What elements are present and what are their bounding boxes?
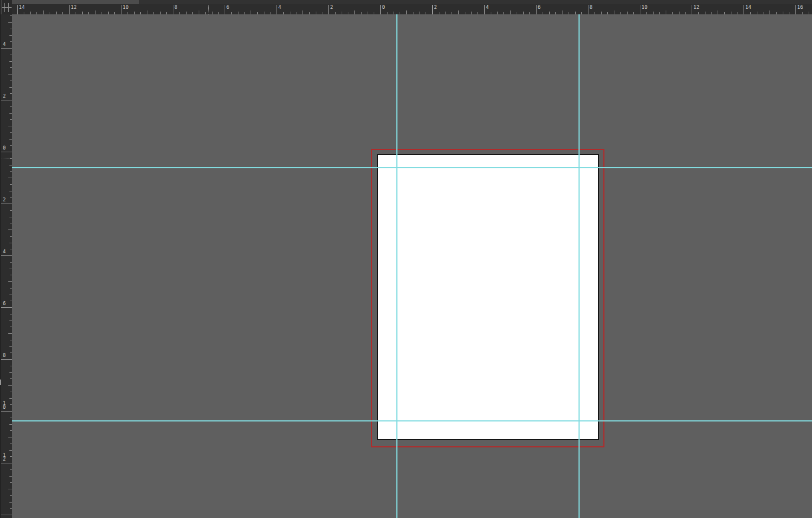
- ruler-tick: [309, 12, 310, 14]
- ruler-tick: [10, 81, 12, 81]
- ruler-tick: [1, 515, 12, 515]
- ruler-origin-box[interactable]: [0, 0, 12, 14]
- ruler-tick: [10, 55, 12, 55]
- ruler-tick: [666, 10, 666, 14]
- ruler-tick: [711, 12, 712, 14]
- ruler-tick: [9, 346, 12, 347]
- ruler-tick: [406, 10, 407, 14]
- ruler-tick: [8, 22, 12, 23]
- ruler-tick: [8, 229, 12, 230]
- ruler-tick: [62, 12, 63, 14]
- ruler-tick: [394, 12, 394, 14]
- ruler-tick: [646, 12, 647, 14]
- vertical-ruler[interactable]: 42024681 01 2: [0, 14, 12, 518]
- top-chrome-strip-right: [139, 0, 812, 4]
- ruler-tick: [361, 12, 362, 14]
- ruler-tick: [244, 12, 245, 14]
- ruler-tick: [607, 12, 608, 14]
- ruler-tick: [10, 158, 12, 159]
- ruler-label: 4: [278, 6, 281, 9]
- ruler-tick: [322, 12, 322, 14]
- ruler-tick: [744, 5, 744, 14]
- ruler-tick: [10, 327, 12, 327]
- ruler-tick: [121, 5, 121, 14]
- ruler-label: 2: [3, 198, 9, 202]
- ruler-tick: [9, 450, 12, 451]
- ruler-label: 2: [434, 6, 437, 9]
- horizontal-guide[interactable]: [12, 167, 812, 168]
- ruler-tick: [497, 12, 498, 14]
- ruler-tick: [192, 12, 193, 14]
- top-chrome-strip-left: [12, 0, 139, 4]
- ruler-label: 8: [3, 354, 9, 357]
- vertical-ruler-edge: [0, 14, 1, 518]
- ruler-tick: [9, 295, 12, 295]
- ruler-tick: [10, 41, 12, 42]
- ruler-label: 4: [3, 42, 9, 46]
- ruler-tick: [1, 48, 12, 49]
- ruler-tick: [731, 12, 731, 14]
- ruler-tick: [10, 353, 12, 353]
- ruler-tick: [10, 197, 12, 197]
- ruler-tick: [10, 314, 12, 314]
- ruler-tick: [517, 12, 517, 14]
- ruler-tick: [400, 12, 400, 14]
- ruler-tick: [8, 281, 12, 282]
- ruler-tick: [56, 12, 57, 14]
- vertical-guide[interactable]: [396, 14, 397, 518]
- ruler-tick: [264, 12, 264, 14]
- ruler-tick: [10, 456, 12, 457]
- ruler-tick: [10, 378, 12, 379]
- ruler-tick: [212, 12, 213, 14]
- horizontal-ruler[interactable]: 14121086420246810121416: [12, 4, 812, 14]
- ruler-tick: [445, 12, 446, 14]
- vertical-guide[interactable]: [579, 14, 580, 518]
- ruler-tick: [503, 12, 504, 14]
- ruler-tick: [335, 12, 336, 14]
- document-page[interactable]: [377, 154, 599, 440]
- ruler-tick: [763, 12, 763, 14]
- ruler-label: 14: [19, 6, 25, 9]
- horizontal-guide[interactable]: [12, 420, 812, 421]
- ruler-tick: [9, 424, 12, 425]
- ruler-label: 0: [382, 6, 385, 9]
- ruler-tick: [10, 366, 12, 366]
- ruler-tick: [10, 392, 12, 392]
- ruler-tick: [257, 12, 258, 14]
- ruler-tick: [471, 12, 472, 14]
- ruler-tick: [458, 10, 459, 14]
- ruler-tick: [9, 398, 12, 399]
- ruler-label: 10: [641, 6, 648, 9]
- ruler-label: 2: [3, 94, 9, 98]
- left-edge-marker: [0, 380, 1, 385]
- ruler-tick: [10, 210, 12, 211]
- ruler-tick: [601, 12, 602, 14]
- ruler-tick: [562, 10, 562, 14]
- ruler-tick: [251, 10, 251, 14]
- ruler-tick: [581, 12, 582, 14]
- ruler-tick: [186, 12, 187, 14]
- ruler-tick: [10, 29, 12, 29]
- ruler-tick: [88, 12, 89, 14]
- ruler-tick: [173, 5, 173, 14]
- ruler-tick: [10, 469, 12, 470]
- ruler-tick: [380, 5, 381, 14]
- ruler-tick: [9, 35, 12, 36]
- ruler-tick: [10, 184, 12, 185]
- ruler-tick: [140, 12, 141, 14]
- ruler-label: 2: [330, 6, 333, 9]
- ruler-tick: [737, 12, 737, 14]
- ruler-label: 10: [123, 6, 129, 9]
- ruler-tick: [8, 126, 12, 126]
- ruler-tick: [9, 243, 12, 243]
- ruler-tick: [1, 100, 12, 100]
- ruler-tick: [776, 12, 777, 14]
- ruler-tick: [1, 411, 12, 412]
- ruler-tick: [30, 12, 31, 14]
- ruler-tick: [9, 269, 12, 269]
- ruler-tick: [705, 12, 705, 14]
- ruler-tick: [102, 12, 102, 14]
- ruler-tick: [569, 12, 569, 14]
- ruler-label: 0: [3, 146, 9, 150]
- ruler-tick: [10, 301, 12, 301]
